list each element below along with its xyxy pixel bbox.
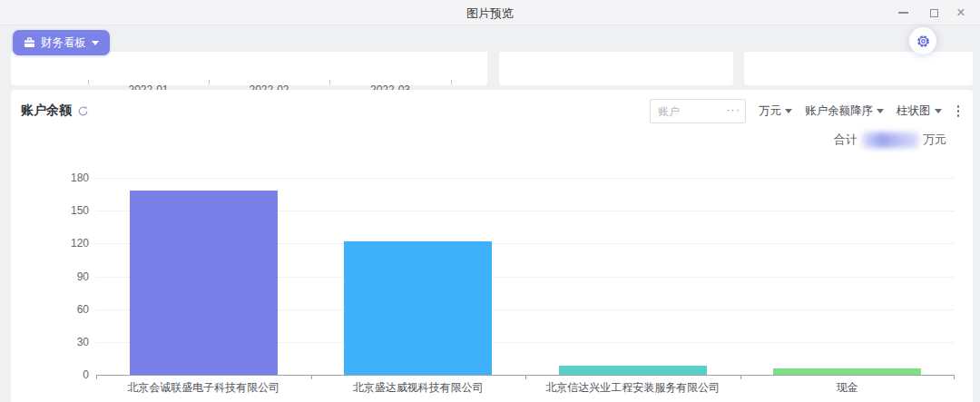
- chevron-down-icon: [92, 41, 99, 45]
- close-icon: ×: [956, 5, 965, 21]
- gear-icon: [916, 34, 931, 49]
- unit-dropdown[interactable]: 万元: [759, 103, 792, 119]
- chevron-down-icon: [877, 109, 884, 113]
- window-titlebar: 图片预览 ×: [0, 0, 980, 25]
- tick-mark: [740, 375, 741, 379]
- total-row: 合计 万元: [834, 132, 946, 148]
- bar-3[interactable]: [559, 366, 707, 375]
- y-axis-tick-label: 150: [11, 204, 89, 217]
- balance-chart-plot: [96, 178, 955, 375]
- chart-type-dropdown-label: 柱状图: [897, 103, 931, 119]
- y-axis-tick-label: 120: [11, 237, 89, 250]
- refresh-icon[interactable]: [77, 105, 89, 117]
- panel-header: 账户余额 ··· 万元 账户余额降序 柱状图: [11, 90, 973, 126]
- y-axis-tick-label: 90: [11, 270, 89, 283]
- dashboard-selector-button[interactable]: 财务看板: [13, 30, 110, 55]
- partial-chart-card-2: [499, 52, 733, 85]
- tick-mark: [88, 80, 89, 84]
- tick-mark: [525, 375, 526, 379]
- account-filter: ···: [650, 99, 746, 123]
- account-balance-panel: 账户余额 ··· 万元 账户余额降序 柱状图: [11, 90, 973, 402]
- chevron-down-icon: [785, 109, 792, 113]
- tick-mark: [209, 80, 210, 84]
- x-axis-category-label: 北京信达兴业工程安装服务有限公司: [525, 380, 740, 396]
- dashboard-selector-label: 财务看板: [41, 35, 86, 51]
- gridline: [96, 178, 955, 179]
- dashboard-strip: 2022-012022-022022-03 财务看板: [0, 25, 980, 88]
- minimize-button[interactable]: [887, 0, 918, 25]
- panel-controls: ··· 万元 账户余额降序 柱状图: [650, 99, 962, 123]
- y-axis-tick-label: 180: [11, 172, 89, 184]
- chevron-down-icon: [935, 109, 942, 113]
- sort-dropdown-label: 账户余额降序: [805, 103, 873, 119]
- sort-dropdown[interactable]: 账户余额降序: [805, 103, 884, 119]
- bar-1[interactable]: [130, 191, 278, 375]
- partial-chart-card-3: [744, 52, 973, 85]
- y-axis-tick-label: 30: [11, 336, 89, 348]
- tick-mark: [329, 80, 330, 84]
- y-axis-tick-label: 60: [11, 303, 89, 316]
- tick-mark: [311, 375, 312, 379]
- chart-type-dropdown[interactable]: 柱状图: [897, 103, 942, 119]
- x-axis-category-label: 北京会诚联盛电子科技有限公司: [96, 380, 311, 396]
- maximize-button[interactable]: [918, 0, 949, 25]
- briefcase-icon: [24, 37, 35, 48]
- minimize-icon: [898, 12, 908, 14]
- x-axis-labels: 北京会诚联盛电子科技有限公司北京盛达威视科技有限公司北京信达兴业工程安装服务有限…: [96, 380, 955, 398]
- total-unit: 万元: [923, 132, 946, 148]
- close-button[interactable]: ×: [946, 0, 976, 25]
- total-label: 合计: [834, 132, 858, 148]
- window-title: 图片预览: [0, 5, 980, 22]
- more-menu-button[interactable]: [955, 103, 963, 119]
- y-axis-tick-label: 0: [11, 368, 89, 381]
- x-axis-category-label: 北京盛达威视科技有限公司: [311, 380, 526, 396]
- bar-4[interactable]: [773, 368, 921, 375]
- tick-mark: [954, 375, 955, 379]
- bar-2[interactable]: [344, 241, 492, 375]
- tick-mark: [451, 80, 452, 84]
- settings-button[interactable]: [909, 27, 936, 54]
- tick-mark: [96, 375, 97, 379]
- partial-chart-card-1: 2022-012022-022022-03: [11, 52, 487, 85]
- y-axis-labels: 0306090120150180: [11, 178, 89, 375]
- unit-dropdown-label: 万元: [759, 103, 781, 119]
- panel-title: 账户余额: [21, 103, 72, 119]
- total-value-redacted: [862, 132, 918, 148]
- filter-more-button[interactable]: ···: [726, 103, 740, 116]
- x-axis-category-label: 现金: [740, 380, 956, 396]
- maximize-icon: [930, 9, 938, 17]
